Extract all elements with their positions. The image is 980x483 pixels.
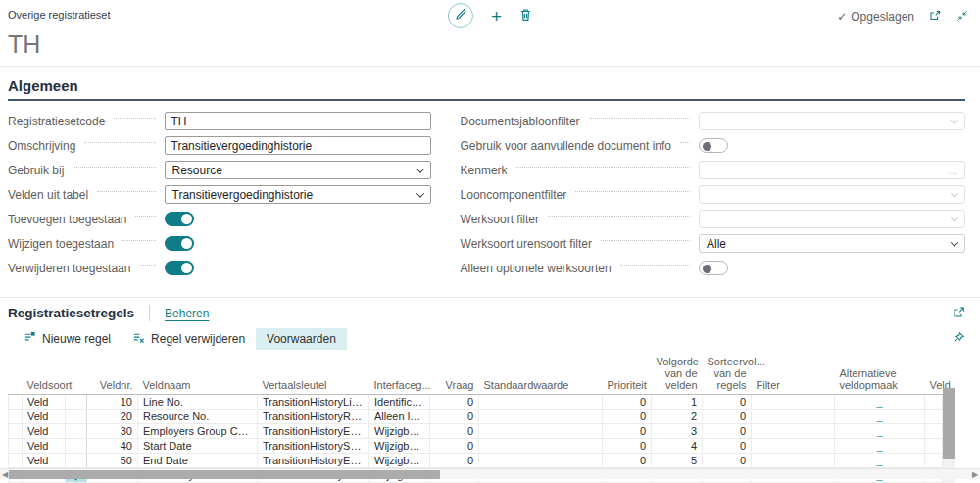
gebruik-bij-select[interactable]: Resource (165, 161, 431, 179)
verwijderen-toggle[interactable] (165, 261, 194, 275)
horizontal-scrollbar[interactable]: ◀ ▶ (0, 468, 980, 479)
cell-standaardwaarde[interactable] (479, 439, 603, 454)
cell-prioriteit[interactable]: 0 (603, 454, 652, 468)
row-options-cell[interactable] (66, 454, 87, 468)
cell-volgorde[interactable]: 1 (652, 395, 703, 410)
cell-standaardwaarde[interactable] (479, 424, 603, 439)
table-row[interactable]: Veld 40 Start Date TransitionHistoryStar… (9, 439, 943, 454)
omschrijving-input[interactable] (165, 136, 431, 155)
cell-interfacegedrag[interactable]: Wijzigbaar (369, 454, 430, 468)
cell-vraag[interactable]: 0 (430, 395, 479, 410)
cell-interfacegedrag[interactable]: Wijzigbaar (369, 424, 430, 439)
cell-standaardwaarde[interactable] (479, 395, 603, 410)
cell-prioriteit[interactable]: 0 (603, 439, 652, 454)
cell-sorteervolgorde[interactable]: 0 (703, 395, 752, 410)
conditions-button[interactable]: Voorwaarden (256, 328, 347, 350)
vertical-scrollbar[interactable] (943, 354, 956, 483)
cell-veldsoort[interactable]: Veld (23, 439, 66, 454)
header-interfacegedrag[interactable]: Interfaceg... (369, 354, 430, 395)
lines-heading[interactable]: Registratiesetregels (8, 306, 134, 320)
cell-veldnr[interactable]: 50 (87, 454, 138, 468)
registratiesetcode-input[interactable] (165, 112, 431, 130)
cell-volgorde[interactable]: 3 (652, 424, 703, 439)
table-row[interactable]: Veld 30 Employers Group Code TransitionH… (9, 424, 943, 439)
cell-veldnr[interactable]: 30 (87, 424, 138, 439)
scrollbar-thumb[interactable] (9, 470, 440, 479)
cell-interfacegedrag[interactable]: Identificatie... (369, 395, 430, 410)
header-veld-cut[interactable]: Veld (925, 354, 943, 395)
delete-line-button[interactable]: Regel verwijderen (122, 327, 256, 351)
toevoegen-toggle[interactable] (165, 212, 194, 226)
cell-veldnr[interactable]: 40 (87, 439, 138, 454)
header-veldnr[interactable]: Veldnr. (87, 354, 138, 395)
header-alternatieve-veldopmaak[interactable]: Alternatieve veldopmaak (835, 354, 925, 395)
cell-vraag[interactable]: 0 (430, 424, 479, 439)
focus-mode-button[interactable] (953, 306, 965, 321)
row-options-cell[interactable] (66, 410, 87, 424)
kenmerk-lookup-field[interactable]: ... (699, 161, 965, 179)
row-options-cell[interactable] (66, 424, 87, 439)
cell-veldsoort[interactable]: Veld (23, 424, 66, 439)
header-veldsoort[interactable]: Veldsoort (23, 354, 66, 395)
cell-vertaalsleutel[interactable]: TransitionHistoryEndDate (258, 454, 369, 468)
manage-link[interactable]: Beheren (165, 307, 209, 320)
cell-standaardwaarde[interactable] (479, 454, 603, 468)
personalize-pin-icon[interactable] (953, 331, 965, 347)
cell-prioriteit[interactable]: 0 (603, 424, 652, 439)
row-options-cell[interactable] (66, 439, 87, 454)
cell-vraag[interactable]: 0 (430, 439, 479, 454)
cell-veldnaam[interactable]: Employers Group Code (138, 424, 258, 439)
delete-record-button[interactable] (519, 8, 532, 24)
scroll-right-arrow-icon[interactable]: ▶ (970, 469, 980, 480)
cell-veldnaam[interactable]: Line No. (138, 395, 258, 410)
header-vraag[interactable]: Vraag (430, 354, 479, 395)
header-volgorde[interactable]: Volgorde van de velden (652, 354, 703, 395)
cell-alternatieve-veldopmaak[interactable]: _ (835, 439, 925, 454)
cell-alternatieve-veldopmaak[interactable]: _ (835, 410, 925, 424)
cell-vertaalsleutel[interactable]: TransitionHistoryResourceNo (258, 410, 369, 424)
row-options-cell[interactable] (66, 395, 87, 410)
optionele-werksoorten-toggle[interactable] (699, 261, 728, 275)
wijzigen-toggle[interactable] (165, 236, 194, 251)
cell-sorteervolgorde[interactable]: 0 (703, 439, 752, 454)
table-row[interactable]: Veld 50 End Date TransitionHistoryEndDat… (9, 454, 943, 468)
cell-prioriteit[interactable]: 0 (603, 410, 652, 424)
cell-interfacegedrag[interactable]: Alleen lezen (369, 410, 430, 424)
cell-sorteervolgorde[interactable]: 0 (703, 424, 752, 439)
cell-alternatieve-veldopmaak[interactable]: _ (835, 395, 925, 410)
cell-veldsoort[interactable]: Veld (23, 454, 66, 468)
cell-standaardwaarde[interactable] (479, 410, 603, 424)
cell-filter[interactable] (752, 439, 835, 454)
velden-uit-tabel-select[interactable]: Transitievergoedinghistorie (165, 185, 431, 204)
cell-vraag[interactable]: 0 (430, 454, 479, 468)
cell-volgorde[interactable]: 4 (652, 439, 703, 454)
cell-vertaalsleutel[interactable]: TransitionHistoryLineNo (258, 395, 369, 410)
new-line-button[interactable]: Nieuwe regel (13, 327, 122, 351)
cell-veldnr[interactable]: 20 (87, 410, 138, 424)
cell-veldsoort[interactable]: Veld (23, 395, 66, 410)
cell-vertaalsleutel[interactable]: TransitionHistoryStartDate (258, 439, 369, 454)
general-heading[interactable]: Algemeen (8, 67, 965, 101)
cell-veldnaam[interactable]: Start Date (138, 439, 258, 454)
header-prioriteit[interactable]: Prioriteit (603, 354, 652, 395)
cell-volgorde[interactable]: 5 (652, 454, 703, 468)
cell-volgorde[interactable]: 2 (652, 410, 703, 424)
cell-vertaalsleutel[interactable]: TransitionHistoryEmployers... (258, 424, 369, 439)
cell-alternatieve-veldopmaak[interactable]: _ (835, 454, 925, 468)
cell-filter[interactable] (752, 410, 835, 424)
looncomponentfilter-select[interactable] (699, 185, 965, 204)
collapse-button[interactable] (956, 10, 968, 24)
werksoort-filter-select[interactable] (699, 210, 965, 228)
cell-sorteervolgorde[interactable]: 0 (703, 454, 752, 468)
documentsjabloonfilter-select[interactable] (699, 112, 965, 130)
header-veldnaam[interactable]: Veldnaam (138, 354, 258, 395)
aanvullende-info-toggle[interactable] (699, 138, 728, 153)
scrollbar-thumb[interactable] (943, 388, 956, 459)
cell-veldnaam[interactable]: End Date (138, 454, 258, 468)
cell-interfacegedrag[interactable]: Wijzigbaar (369, 439, 430, 454)
cell-filter[interactable] (752, 454, 835, 468)
cell-prioriteit[interactable]: 0 (603, 395, 652, 410)
new-record-button[interactable]: + (491, 7, 502, 25)
header-sorteervolgorde[interactable]: Sorteervol... van de regels (703, 354, 752, 395)
cell-filter[interactable] (752, 395, 835, 410)
